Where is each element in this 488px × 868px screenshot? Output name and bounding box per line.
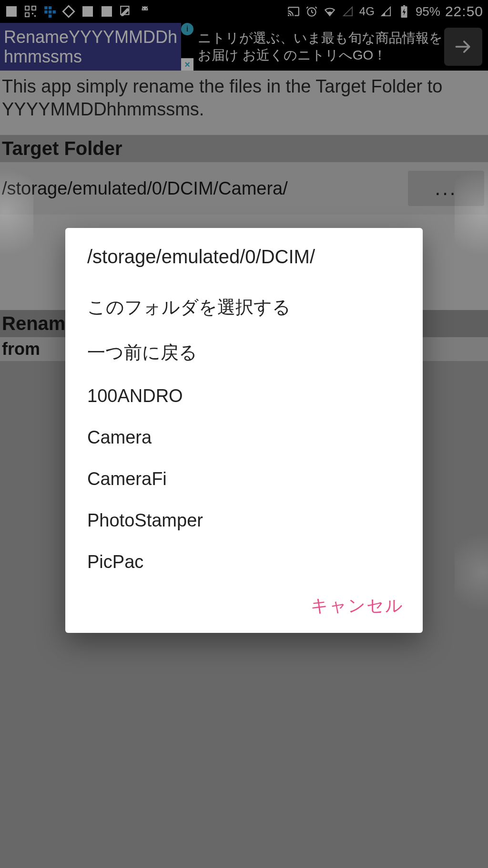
screen-edge-glow-right-2 — [455, 525, 488, 620]
dialog-title: /storage/emulated/0/DCIM/ — [65, 246, 423, 285]
screen-edge-glow-left — [0, 157, 33, 267]
dialog-overlay[interactable]: /storage/emulated/0/DCIM/ このフォルダを選択する 一つ… — [0, 0, 488, 868]
dialog-item-folder-100andro[interactable]: 100ANDRO — [65, 375, 423, 417]
dialog-item-go-back[interactable]: 一つ前に戻る — [65, 330, 423, 375]
dialog-item-folder-picpac[interactable]: PicPac — [65, 541, 423, 583]
cancel-button[interactable]: キャンセル — [311, 594, 404, 618]
dialog-item-select-this-folder[interactable]: このフォルダを選択する — [65, 285, 423, 330]
dialog-item-folder-photostamper[interactable]: PhotoStamper — [65, 500, 423, 541]
dialog-item-folder-camerafi[interactable]: CameraFi — [65, 458, 423, 500]
dialog-item-folder-camera[interactable]: Camera — [65, 417, 423, 458]
screen-edge-glow-right — [455, 157, 488, 267]
dialog-actions: キャンセル — [65, 583, 423, 623]
folder-picker-dialog: /storage/emulated/0/DCIM/ このフォルダを選択する 一つ… — [65, 228, 423, 633]
